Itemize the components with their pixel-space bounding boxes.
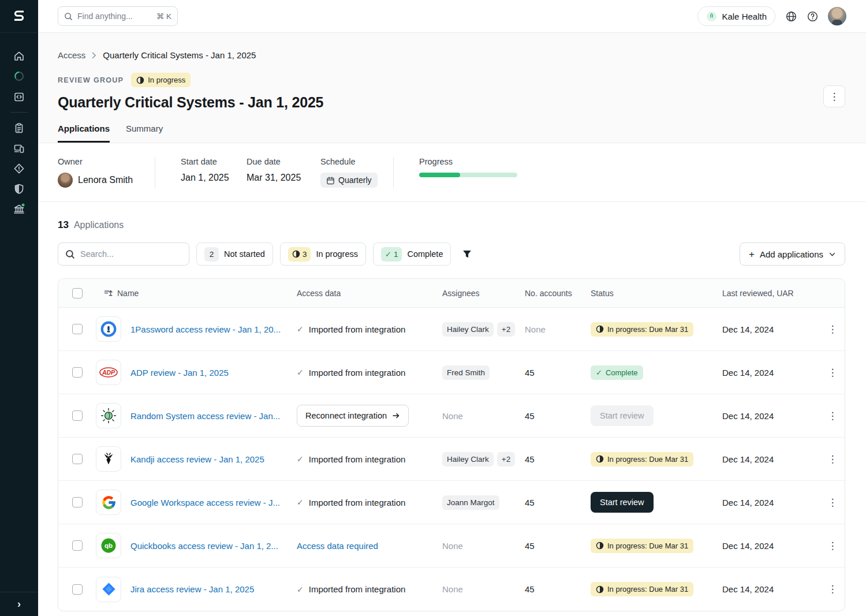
tab-applications[interactable]: Applications bbox=[58, 124, 110, 143]
select-all-checkbox[interactable] bbox=[72, 288, 83, 298]
assignees-cell: Joann Margot bbox=[442, 495, 525, 510]
last-reviewed-cell: Dec 14, 2024 bbox=[722, 454, 820, 464]
assignee-chip[interactable]: Hailey Clark bbox=[442, 452, 494, 466]
access-data-cell: ✓Imported from integration bbox=[297, 368, 442, 378]
progress-label: Progress bbox=[419, 157, 517, 166]
row-kebab-button[interactable]: ⋮ bbox=[828, 411, 838, 421]
assignee-chip[interactable]: +2 bbox=[497, 452, 515, 466]
svg-text:ADP: ADP bbox=[102, 369, 115, 376]
access-data-cell: ✓Imported from integration bbox=[297, 584, 442, 594]
application-name-link[interactable]: Quickbooks access review - Jan 1, 2... bbox=[130, 541, 278, 551]
review-meta: Owner Lenora Smith Start date Jan 1, 202… bbox=[38, 143, 866, 202]
assignee-chip[interactable]: Hailey Clark bbox=[442, 322, 494, 337]
security-shield-icon[interactable] bbox=[12, 182, 26, 196]
imported-check-icon: ✓ bbox=[297, 324, 304, 334]
filter-funnel-icon[interactable] bbox=[461, 248, 473, 260]
tab-summary[interactable]: Summary bbox=[126, 124, 163, 143]
vendors-bank-icon[interactable] bbox=[12, 202, 26, 216]
imported-check-icon: ✓ bbox=[297, 368, 304, 377]
meta-divider bbox=[393, 157, 394, 188]
arrow-right-icon bbox=[392, 412, 400, 420]
in-progress-icon bbox=[596, 542, 604, 550]
audit-clipboard-icon[interactable] bbox=[12, 121, 26, 135]
row-checkbox[interactable] bbox=[72, 454, 83, 464]
svg-text:qb: qb bbox=[104, 542, 113, 549]
accounts-cell: 45 bbox=[525, 584, 591, 594]
last-reviewed-cell: Dec 14, 2024 bbox=[722, 498, 820, 507]
row-checkbox[interactable] bbox=[72, 324, 83, 334]
schedule-value: Quarterly bbox=[338, 176, 372, 185]
org-switcher-button[interactable]: Kale Health bbox=[697, 6, 775, 26]
assignees-cell: Hailey Clark+2 bbox=[442, 322, 525, 337]
status-cell: ✓Complete bbox=[591, 365, 722, 380]
user-avatar[interactable] bbox=[828, 7, 846, 25]
assignee-chip[interactable]: +2 bbox=[497, 322, 515, 337]
start-review-button[interactable]: Start review bbox=[591, 492, 654, 513]
assignee-chip[interactable]: Joann Margot bbox=[442, 495, 499, 510]
reconnect-integration-button[interactable]: Reconnect integration bbox=[297, 405, 409, 427]
application-name-link[interactable]: Google Workspace access review - J... bbox=[130, 498, 280, 507]
row-kebab-button[interactable]: ⋮ bbox=[828, 584, 838, 594]
applications-search-input[interactable] bbox=[80, 249, 182, 259]
access-data-cell: ✓Imported from integration bbox=[297, 498, 442, 507]
google-logo-icon bbox=[101, 495, 117, 510]
tab-bar: Applications Summary bbox=[58, 124, 163, 143]
assignee-chip[interactable]: Fred Smith bbox=[442, 365, 490, 380]
applications-search[interactable] bbox=[58, 242, 189, 266]
access-data-required-link[interactable]: Access data required bbox=[297, 541, 378, 551]
application-name-link[interactable]: Random System access review - Jan... bbox=[130, 411, 280, 421]
status-cell: In progress: Due Mar 31 bbox=[591, 582, 722, 596]
row-checkbox[interactable] bbox=[72, 540, 83, 551]
add-applications-button[interactable]: + Add applications bbox=[740, 242, 845, 266]
help-icon[interactable] bbox=[807, 10, 818, 22]
onepassword-logo-icon bbox=[100, 321, 117, 337]
access-data-text: Imported from integration bbox=[309, 498, 406, 507]
last-reviewed-cell: Dec 14, 2024 bbox=[722, 584, 820, 594]
language-globe-icon[interactable] bbox=[785, 10, 797, 22]
chevron-down-icon bbox=[828, 251, 836, 258]
status-cell: In progress: Due Mar 31 bbox=[591, 539, 722, 553]
application-name-link[interactable]: Kandji access review - Jan 1, 2025 bbox=[130, 454, 264, 464]
progress-bar bbox=[419, 173, 517, 177]
row-checkbox[interactable] bbox=[72, 497, 83, 507]
accounts-cell: 45 bbox=[525, 498, 591, 507]
filter-not-started[interactable]: 2 Not started bbox=[196, 242, 273, 266]
row-checkbox[interactable] bbox=[72, 410, 83, 421]
table-header: Name Access data Assignees No. accounts … bbox=[58, 279, 845, 308]
devices-icon[interactable] bbox=[12, 141, 26, 155]
application-name-link[interactable]: Jira access review - Jan 1, 2025 bbox=[130, 584, 254, 594]
sort-icon[interactable] bbox=[103, 288, 113, 298]
row-kebab-button[interactable]: ⋮ bbox=[828, 498, 838, 507]
imported-check-icon: ✓ bbox=[297, 454, 304, 464]
application-name-link[interactable]: ADP review - Jan 1, 2025 bbox=[130, 368, 229, 378]
row-kebab-button[interactable]: ⋮ bbox=[828, 541, 838, 551]
home-icon[interactable] bbox=[12, 49, 26, 63]
status-cell: In progress: Due Mar 31 bbox=[591, 452, 722, 466]
assignees-none: None bbox=[442, 541, 463, 551]
row-checkbox[interactable] bbox=[72, 584, 83, 595]
sprinto-logo-icon bbox=[10, 8, 28, 24]
search-icon bbox=[65, 249, 75, 259]
sidebar-expand-button[interactable]: › bbox=[0, 592, 38, 616]
global-search[interactable]: ⌘ K bbox=[58, 6, 178, 26]
row-kebab-button[interactable]: ⋮ bbox=[828, 324, 838, 334]
filter-complete[interactable]: ✓1 Complete bbox=[373, 242, 451, 266]
start-review-button-disabled[interactable]: Start review bbox=[591, 405, 654, 426]
row-checkbox[interactable] bbox=[72, 367, 83, 378]
filter-in-progress[interactable]: 3 In progress bbox=[280, 242, 366, 266]
global-search-input[interactable] bbox=[77, 12, 152, 21]
app-logo[interactable] bbox=[0, 0, 38, 33]
risk-diamond-icon[interactable] bbox=[12, 162, 26, 176]
progress-ring-icon[interactable] bbox=[12, 69, 26, 83]
app-icon bbox=[96, 490, 121, 515]
breadcrumb-access[interactable]: Access bbox=[58, 50, 85, 60]
app-icon: qb bbox=[96, 533, 121, 558]
row-kebab-button[interactable]: ⋮ bbox=[828, 454, 838, 464]
page-actions-kebab-button[interactable]: ⋮ bbox=[823, 85, 845, 107]
plus-icon: + bbox=[749, 249, 755, 259]
integrations-icon[interactable] bbox=[12, 89, 26, 103]
due-date-label: Due date bbox=[247, 157, 320, 166]
row-kebab-button[interactable]: ⋮ bbox=[828, 368, 838, 378]
application-name-link[interactable]: 1Password access review - Jan 1, 20... bbox=[130, 324, 281, 334]
in-progress-icon bbox=[292, 250, 300, 258]
